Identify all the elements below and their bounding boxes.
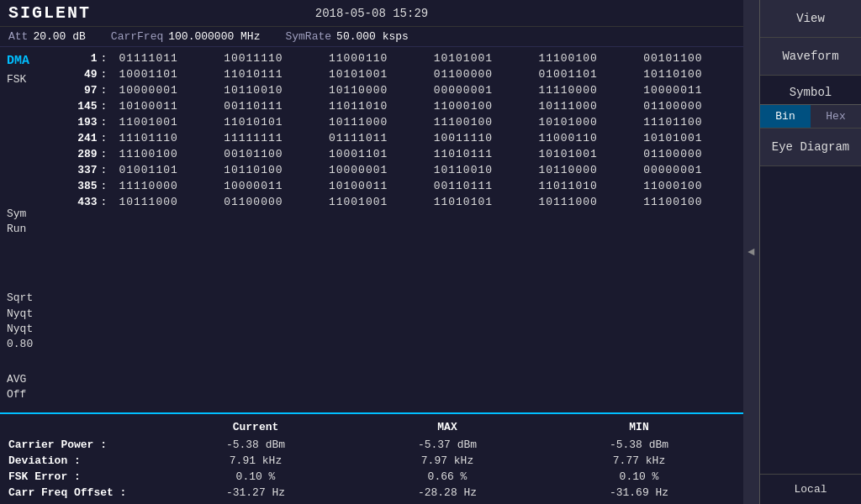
left-labels: DMA FSK Sym Run Sqrt Nyqt Nyqt 0.80 AVG … bbox=[0, 47, 59, 412]
table-row: 49 : 10001101 11010111 10101001 01100000… bbox=[59, 66, 743, 82]
logo: SIGLENT bbox=[8, 3, 91, 23]
data-cell-5: 10101000 bbox=[533, 114, 638, 130]
data-cell-1: 10100011 bbox=[114, 98, 219, 114]
row-num: 241 bbox=[59, 130, 99, 146]
stats-row-current: -31.27 Hz bbox=[160, 486, 351, 499]
data-cell-1: 10001101 bbox=[114, 66, 219, 82]
data-cell-2: 10110010 bbox=[219, 82, 324, 98]
waveform-button[interactable]: Waveform bbox=[760, 38, 861, 76]
data-cell-1: 01001101 bbox=[114, 162, 219, 178]
data-cell-2: 10011110 bbox=[219, 50, 324, 66]
data-cell-3: 01111011 bbox=[324, 130, 429, 146]
stats-row-label: Carrier Power : bbox=[8, 438, 160, 451]
data-cell-6: 10101001 bbox=[638, 130, 743, 146]
row-colon: : bbox=[99, 194, 114, 210]
stats-row-current: -5.38 dBm bbox=[160, 438, 351, 451]
stats-row-label: FSK Error : bbox=[8, 470, 160, 483]
row-num: 49 bbox=[59, 66, 99, 82]
data-cell-3: 10111000 bbox=[324, 114, 429, 130]
data-cell-4: 10101001 bbox=[429, 50, 534, 66]
row-num: 145 bbox=[59, 98, 99, 114]
table-row: 433 : 10111000 01100000 11001001 1101010… bbox=[59, 194, 743, 210]
data-cell-4: 10011110 bbox=[429, 130, 534, 146]
stats-max-header: MAX bbox=[351, 421, 543, 433]
stats-row-label: Carr Freq Offset : bbox=[8, 486, 160, 499]
data-cell-5: 10111000 bbox=[533, 194, 638, 210]
data-cell-5: 11110000 bbox=[533, 82, 638, 98]
symbol-table-area: 1 : 01111011 10011110 11000110 10101001 … bbox=[59, 47, 743, 412]
row-colon: : bbox=[99, 146, 114, 162]
carrfreq-value: 100.000000 MHz bbox=[168, 30, 260, 43]
stats-row-max: -5.37 dBm bbox=[351, 438, 543, 451]
row-colon: : bbox=[99, 50, 114, 66]
data-cell-3: 10100011 bbox=[324, 178, 429, 194]
data-cell-3: 10001101 bbox=[324, 146, 429, 162]
data-cell-2: 11010111 bbox=[219, 66, 324, 82]
row-num: 433 bbox=[59, 194, 99, 210]
dma-label: DMA bbox=[7, 54, 52, 68]
data-cell-3: 10000001 bbox=[324, 162, 429, 178]
data-cell-2: 00101100 bbox=[219, 146, 324, 162]
stats-row-max: 7.97 kHz bbox=[351, 454, 543, 467]
data-cell-4: 10110010 bbox=[429, 162, 534, 178]
avg-label: AVG Off bbox=[7, 372, 52, 402]
table-row: 337 : 01001101 10110100 10000001 1011001… bbox=[59, 162, 743, 178]
datetime: 2018-05-08 15:29 bbox=[315, 7, 428, 20]
data-cell-2: 11010101 bbox=[219, 114, 324, 130]
data-cell-1: 10000001 bbox=[114, 82, 219, 98]
table-row: 193 : 11001001 11010101 10111000 1110010… bbox=[59, 114, 743, 130]
hex-button[interactable]: Hex bbox=[811, 105, 861, 128]
data-cell-5: 11011010 bbox=[533, 178, 638, 194]
bin-button[interactable]: Bin bbox=[760, 105, 811, 128]
data-cell-2: 10000011 bbox=[219, 178, 324, 194]
data-cell-3: 10101001 bbox=[324, 66, 429, 82]
data-cell-2: 11111111 bbox=[219, 130, 324, 146]
row-num: 289 bbox=[59, 146, 99, 162]
row-num: 97 bbox=[59, 82, 99, 98]
local-label: Local bbox=[760, 474, 861, 504]
data-cell-2: 01100000 bbox=[219, 194, 324, 210]
data-cell-5: 10110000 bbox=[533, 162, 638, 178]
data-cell-1: 10111000 bbox=[114, 194, 219, 210]
row-colon: : bbox=[99, 66, 114, 82]
header-bar: SIGLENT 2018-05-08 15:29 bbox=[0, 0, 743, 27]
data-cell-5: 11100100 bbox=[533, 50, 638, 66]
row-num: 1 bbox=[59, 50, 99, 66]
symbol-title[interactable]: Symbol bbox=[760, 76, 861, 104]
data-cell-6: 00000001 bbox=[638, 162, 743, 178]
data-cell-5: 11000110 bbox=[533, 130, 638, 146]
view-button[interactable]: View bbox=[760, 0, 861, 38]
sym-run-label: Sym Run bbox=[7, 207, 52, 237]
data-cell-2: 10110100 bbox=[219, 162, 324, 178]
data-cell-4: 11010101 bbox=[429, 194, 534, 210]
table-row: 145 : 10100011 00110111 11011010 1100010… bbox=[59, 98, 743, 114]
collapse-arrow[interactable]: ◄ bbox=[747, 245, 754, 259]
att-value: 20.00 dB bbox=[33, 30, 85, 43]
stats-row-label: Deviation : bbox=[8, 454, 160, 467]
data-cell-5: 10101001 bbox=[533, 146, 638, 162]
symrate-value: 50.000 ksps bbox=[336, 30, 409, 43]
stats-row-current: 0.10 % bbox=[160, 470, 351, 483]
carrfreq-item: CarrFreq 100.000000 MHz bbox=[111, 30, 261, 43]
row-colon: : bbox=[99, 82, 114, 98]
stats-row-min: -5.38 dBm bbox=[543, 438, 735, 451]
data-cell-3: 11000110 bbox=[324, 50, 429, 66]
data-cell-1: 11100100 bbox=[114, 146, 219, 162]
data-cell-3: 11011010 bbox=[324, 98, 429, 114]
data-cell-4: 11010111 bbox=[429, 146, 534, 162]
data-cell-2: 00110111 bbox=[219, 98, 324, 114]
data-cell-1: 11101110 bbox=[114, 130, 219, 146]
stats-row: Carr Freq Offset : -31.27 Hz -28.28 Hz -… bbox=[8, 485, 735, 501]
symrate-item: SymRate 50.000 ksps bbox=[285, 30, 408, 43]
data-cell-4: 11000100 bbox=[429, 98, 534, 114]
data-cell-6: 01100000 bbox=[638, 98, 743, 114]
stats-row: Deviation : 7.91 kHz 7.97 kHz 7.77 kHz bbox=[8, 453, 735, 469]
data-cell-4: 01100000 bbox=[429, 66, 534, 82]
symbol-table: 1 : 01111011 10011110 11000110 10101001 … bbox=[59, 50, 743, 210]
eye-diagram-button[interactable]: Eye Diagram bbox=[760, 129, 861, 166]
data-cell-6: 00101100 bbox=[638, 50, 743, 66]
filter-label: Sqrt Nyqt Nyqt 0.80 bbox=[7, 291, 52, 352]
data-cell-6: 11101100 bbox=[638, 114, 743, 130]
table-row: 289 : 11100100 00101100 10001101 1101011… bbox=[59, 146, 743, 162]
table-row: 97 : 10000001 10110010 10110000 00000001… bbox=[59, 82, 743, 98]
